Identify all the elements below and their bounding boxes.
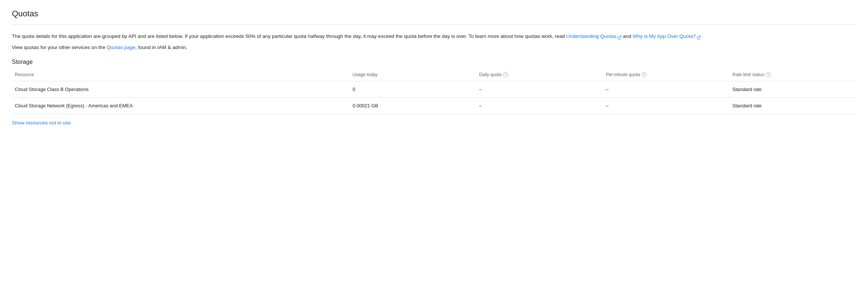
storage-section-title: Storage xyxy=(12,59,856,65)
rate-limit-help-icon[interactable]: ? xyxy=(766,72,771,77)
quota-table: Resource Usage today Daily quota ? Per-m… xyxy=(12,68,856,114)
svg-line-0 xyxy=(619,36,621,38)
description-line2-suffix: , found in IAM & admin. xyxy=(135,45,187,50)
daily-quota-help-icon[interactable]: ? xyxy=(503,72,508,77)
external-link-icon-1 xyxy=(617,34,622,39)
cell-perminute-0: – xyxy=(603,81,729,98)
th-rate-limit-status: Rate limit status ? xyxy=(730,68,856,81)
th-resource: Resource xyxy=(12,68,349,81)
table-header: Resource Usage today Daily quota ? Per-m… xyxy=(12,68,856,81)
app-over-quota-link[interactable]: Why is My App Over Quota? xyxy=(633,33,701,39)
page-title: Quotas xyxy=(12,9,856,25)
description-line2: View quotas for your other services on t… xyxy=(12,43,856,52)
description-line1-middle: and xyxy=(622,33,633,39)
description-block: The quota details for this application a… xyxy=(12,32,856,51)
description-line2-prefix: View quotas for your other services on t… xyxy=(12,45,107,50)
svg-line-1 xyxy=(698,36,701,38)
cell-perminute-1: – xyxy=(603,98,729,114)
cell-ratelimit-1: Standard rate xyxy=(730,98,856,114)
th-per-minute-quota: Per-minute quota ? xyxy=(603,68,729,81)
description-line1: The quota details for this application a… xyxy=(12,32,856,40)
cell-resource-0: Cloud Storage Class B Operations xyxy=(12,81,349,98)
external-link-icon-2 xyxy=(697,34,701,39)
cell-daily-0: – xyxy=(476,81,603,98)
th-daily-quota: Daily quota ? xyxy=(476,68,603,81)
th-usage-today: Usage today xyxy=(349,68,476,81)
page-container: Quotas The quota details for this applic… xyxy=(0,0,868,134)
show-resources-link[interactable]: Show resources not in use xyxy=(12,120,71,126)
per-minute-quota-help-icon[interactable]: ? xyxy=(641,72,647,77)
cell-resource-1: Cloud Storage Network (Egress) - America… xyxy=(12,98,349,114)
cell-usage-0: 0 xyxy=(349,81,476,98)
cell-ratelimit-0: Standard rate xyxy=(730,81,856,98)
cell-daily-1: – xyxy=(476,98,603,114)
table-body: Cloud Storage Class B Operations0––Stand… xyxy=(12,81,856,114)
cell-usage-1: 0.00021 GB xyxy=(349,98,476,114)
quotas-page-link[interactable]: Quotas page xyxy=(107,45,135,50)
table-row: Cloud Storage Network (Egress) - America… xyxy=(12,98,856,114)
understanding-quotas-link[interactable]: Understanding Quotas xyxy=(566,33,621,39)
description-line1-prefix: The quota details for this application a… xyxy=(12,33,566,39)
table-row: Cloud Storage Class B Operations0––Stand… xyxy=(12,81,856,98)
